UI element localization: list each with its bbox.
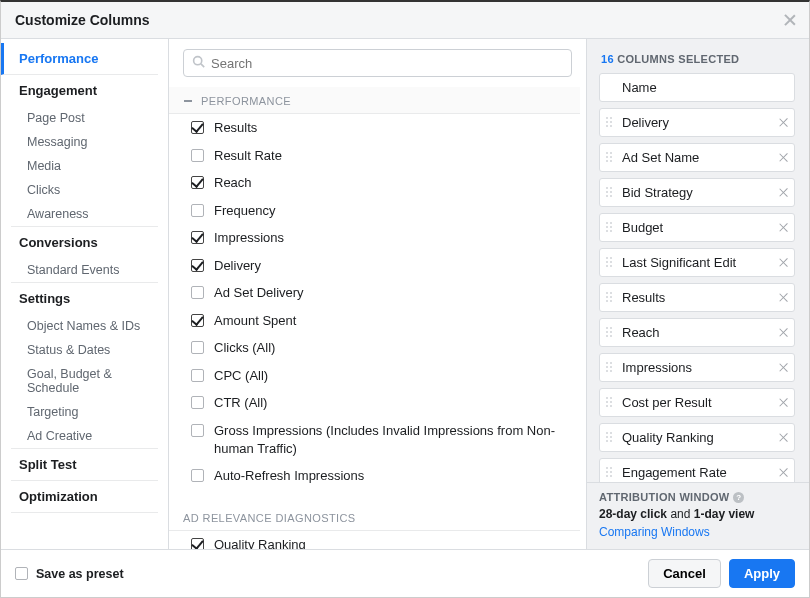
metric-row[interactable]: Quality Ranking xyxy=(169,531,580,549)
metric-row[interactable]: Delivery xyxy=(169,252,580,280)
selected-column-chip[interactable]: Bid Strategy xyxy=(599,178,795,207)
sidebar-category-label[interactable]: Engagement xyxy=(11,75,158,106)
selected-column-chip[interactable]: Reach xyxy=(599,318,795,347)
metric-label: Ad Set Delivery xyxy=(214,284,304,302)
metric-label: Results xyxy=(214,119,257,137)
selected-column-chip[interactable]: Last Significant Edit xyxy=(599,248,795,277)
cancel-button[interactable]: Cancel xyxy=(648,559,721,588)
close-icon[interactable] xyxy=(785,15,795,25)
drag-handle-icon[interactable] xyxy=(606,432,616,443)
remove-icon[interactable] xyxy=(779,468,788,477)
apply-button[interactable]: Apply xyxy=(729,559,795,588)
chip-label: Last Significant Edit xyxy=(622,255,773,270)
metric-row[interactable]: Amount Spent xyxy=(169,307,580,335)
sidebar-category[interactable]: Optimization xyxy=(11,481,158,513)
drag-handle-icon[interactable] xyxy=(606,467,616,478)
metric-row[interactable]: Clicks (All) xyxy=(169,334,580,362)
sidebar-category[interactable]: Split Test xyxy=(11,449,158,481)
drag-handle-icon[interactable] xyxy=(606,117,616,128)
selected-column-chip[interactable]: Engagement Rate xyxy=(599,458,795,482)
sidebar-category[interactable]: Performance xyxy=(1,43,158,75)
checkbox-icon xyxy=(191,176,204,189)
checkbox-icon xyxy=(191,341,204,354)
metric-label: Amount Spent xyxy=(214,312,296,330)
selected-column-chip[interactable]: Results xyxy=(599,283,795,312)
drag-handle-icon[interactable] xyxy=(606,257,616,268)
chip-label: Name xyxy=(622,80,773,95)
chip-label: Impressions xyxy=(622,360,773,375)
remove-icon[interactable] xyxy=(779,398,788,407)
drag-handle-icon[interactable] xyxy=(606,222,616,233)
remove-icon[interactable] xyxy=(779,118,788,127)
info-icon[interactable]: ? xyxy=(733,492,744,503)
remove-icon[interactable] xyxy=(779,153,788,162)
selected-column-chip[interactable]: Impressions xyxy=(599,353,795,382)
drag-handle-icon[interactable] xyxy=(606,362,616,373)
sidebar-item[interactable]: Clicks xyxy=(11,178,158,202)
sidebar-item[interactable]: Status & Dates xyxy=(11,338,158,362)
metric-group-header[interactable]: PERFORMANCE xyxy=(169,87,580,114)
save-preset-label: Save as preset xyxy=(36,567,124,581)
sidebar-category-label[interactable]: Optimization xyxy=(11,481,158,512)
chip-label: Ad Set Name xyxy=(622,150,773,165)
remove-icon[interactable] xyxy=(779,363,788,372)
selected-column-chip[interactable]: Delivery xyxy=(599,108,795,137)
selected-column-chip[interactable]: Cost per Result xyxy=(599,388,795,417)
sidebar-item[interactable]: Awareness xyxy=(11,202,158,226)
sidebar-category-label[interactable]: Performance xyxy=(11,43,158,74)
remove-icon[interactable] xyxy=(779,188,788,197)
checkbox-icon xyxy=(191,538,204,549)
metric-row[interactable]: Impressions xyxy=(169,224,580,252)
sidebar-category-label[interactable]: Conversions xyxy=(11,227,158,258)
drag-handle-icon[interactable] xyxy=(606,152,616,163)
svg-point-0 xyxy=(194,57,202,65)
metric-row[interactable]: CPC (All) xyxy=(169,362,580,390)
sidebar-category[interactable]: EngagementPage PostMessagingMediaClicksA… xyxy=(11,75,158,227)
remove-icon[interactable] xyxy=(779,433,788,442)
search-input[interactable] xyxy=(211,56,563,71)
sidebar-category[interactable]: ConversionsStandard Events xyxy=(11,227,158,283)
checkbox-icon xyxy=(191,424,204,437)
metric-row[interactable]: Ad Set Delivery xyxy=(169,279,580,307)
sidebar-item[interactable]: Ad Creative xyxy=(11,424,158,448)
remove-icon[interactable] xyxy=(779,293,788,302)
metric-label: CPC (All) xyxy=(214,367,268,385)
sidebar-category-label[interactable]: Settings xyxy=(11,283,158,314)
checkbox-icon xyxy=(191,121,204,134)
sidebar-item[interactable]: Object Names & IDs xyxy=(11,314,158,338)
selected-column-chip[interactable]: Ad Set Name xyxy=(599,143,795,172)
metric-row[interactable]: Results xyxy=(169,114,580,142)
sidebar-item[interactable]: Page Post xyxy=(11,106,158,130)
dialog-header: Customize Columns xyxy=(1,2,809,39)
checkbox-icon xyxy=(191,314,204,327)
metrics-list[interactable]: PERFORMANCEResultsResult RateReachFreque… xyxy=(169,85,586,549)
chip-label: Cost per Result xyxy=(622,395,773,410)
metric-row[interactable]: Reach xyxy=(169,169,580,197)
metric-row[interactable]: Gross Impressions (Includes Invalid Impr… xyxy=(169,417,580,462)
metric-row[interactable]: Auto-Refresh Impressions xyxy=(169,462,580,490)
selected-scroll[interactable]: 16 COLUMNS SELECTED NameDeliveryAd Set N… xyxy=(587,39,809,482)
metric-row[interactable]: CTR (All) xyxy=(169,389,580,417)
metric-row[interactable]: Result Rate xyxy=(169,142,580,170)
remove-icon[interactable] xyxy=(779,223,788,232)
sidebar-item[interactable]: Media xyxy=(11,154,158,178)
drag-handle-icon[interactable] xyxy=(606,292,616,303)
remove-icon[interactable] xyxy=(779,258,788,267)
sidebar-item[interactable]: Targeting xyxy=(11,400,158,424)
drag-handle-icon[interactable] xyxy=(606,327,616,338)
metric-row[interactable]: Frequency xyxy=(169,197,580,225)
save-preset-checkbox[interactable]: Save as preset xyxy=(15,567,124,581)
sidebar-item[interactable]: Messaging xyxy=(11,130,158,154)
sidebar-item[interactable]: Goal, Budget & Schedule xyxy=(11,362,158,400)
chip-label: Bid Strategy xyxy=(622,185,773,200)
comparing-windows-link[interactable]: Comparing Windows xyxy=(599,525,710,539)
drag-handle-icon[interactable] xyxy=(606,397,616,408)
sidebar-item[interactable]: Standard Events xyxy=(11,258,158,282)
remove-icon[interactable] xyxy=(779,328,788,337)
selected-column-chip[interactable]: Budget xyxy=(599,213,795,242)
search-box[interactable] xyxy=(183,49,572,77)
selected-column-chip[interactable]: Quality Ranking xyxy=(599,423,795,452)
drag-handle-icon[interactable] xyxy=(606,187,616,198)
sidebar-category-label[interactable]: Split Test xyxy=(11,449,158,480)
sidebar-category[interactable]: SettingsObject Names & IDsStatus & Dates… xyxy=(11,283,158,449)
